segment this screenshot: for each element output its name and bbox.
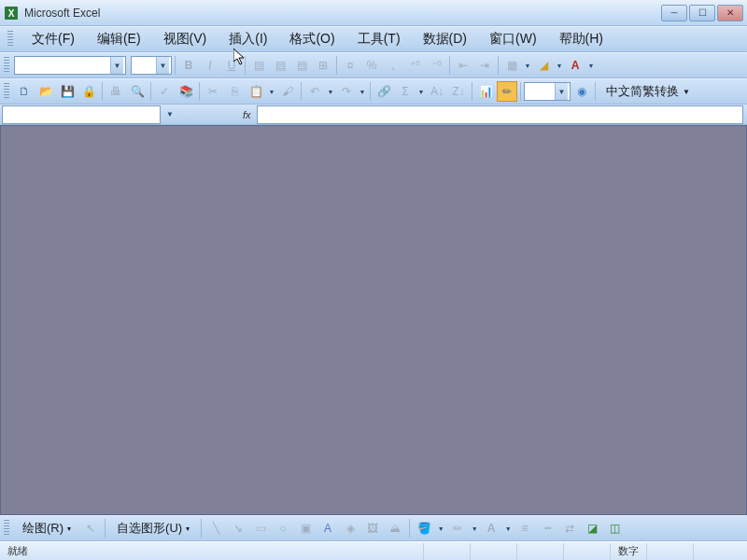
chevron-down-icon[interactable]: ▼ <box>470 518 479 539</box>
print-button[interactable]: 🖶 <box>106 81 126 102</box>
new-button[interactable]: 🗋 <box>14 81 35 102</box>
maximize-button[interactable]: ☐ <box>689 5 715 21</box>
open-button[interactable]: 📂 <box>35 81 56 102</box>
menu-help[interactable]: 帮助(H) <box>548 27 614 51</box>
italic-button[interactable]: I <box>200 55 220 76</box>
menu-window[interactable]: 窗口(W) <box>478 27 548 51</box>
chevron-down-icon[interactable]: ▼ <box>110 57 123 74</box>
spelling-button[interactable]: ✓ <box>154 81 175 102</box>
chevron-down-icon[interactable]: ▼ <box>586 55 596 76</box>
chart-button[interactable]: 📊 <box>475 81 496 102</box>
chinese-convert-button[interactable]: 中文简繁转换▼ <box>599 81 698 102</box>
research-button[interactable]: 📚 <box>176 81 196 102</box>
hyperlink-button[interactable]: 🔗 <box>374 81 394 102</box>
formula-bar[interactable] <box>257 105 743 124</box>
borders-button[interactable]: ▦ <box>501 55 522 76</box>
arrow-style-button[interactable]: ⇄ <box>559 518 580 539</box>
increase-decimal-button[interactable]: ⁺⁰ <box>404 55 425 76</box>
align-center-button[interactable]: ▤ <box>270 55 290 76</box>
font-color-button[interactable]: A <box>565 55 585 76</box>
shadow-button[interactable]: ◪ <box>582 518 602 539</box>
formatting-toolbar: ▼ ▼ B I U ▤ ▤ ▤ ⊞ ¤ % , ⁺⁰ ⁻⁰ ⇤ ⇥ ▦ ▼ ◢ … <box>0 52 747 78</box>
merge-center-button[interactable]: ⊞ <box>313 55 333 76</box>
fx-label[interactable]: fx <box>243 109 251 120</box>
autoshapes-button[interactable]: 自选图形(U)▾ <box>109 518 197 539</box>
textbox-button[interactable]: ▣ <box>295 518 316 539</box>
font-color-button[interactable]: A <box>481 518 501 539</box>
menu-data[interactable]: 数据(D) <box>412 27 478 51</box>
oval-button[interactable]: ○ <box>273 518 293 539</box>
dash-style-button[interactable]: ┅ <box>537 518 557 539</box>
menu-edit[interactable]: 编辑(E) <box>86 27 152 51</box>
line-style-button[interactable]: ≡ <box>514 518 535 539</box>
autosum-button[interactable]: Σ <box>395 81 416 102</box>
separator <box>449 56 450 75</box>
menu-insert[interactable]: 插入(I) <box>218 27 278 51</box>
arrow-button[interactable]: ↘ <box>228 518 248 539</box>
minimize-button[interactable]: ─ <box>661 5 687 21</box>
titlebar[interactable]: X Microsoft Excel ─ ☐ ✕ <box>0 0 747 26</box>
chevron-down-icon[interactable]: ▼ <box>267 81 276 102</box>
3d-button[interactable]: ◫ <box>604 518 625 539</box>
rectangle-button[interactable]: ▭ <box>250 518 271 539</box>
font-name-combo[interactable]: ▼ <box>14 56 126 75</box>
fill-color-button[interactable]: 🪣 <box>414 518 434 539</box>
close-button[interactable]: ✕ <box>717 5 743 21</box>
drawing-toggle-button[interactable]: ✏ <box>497 81 517 102</box>
menu-tools[interactable]: 工具(T) <box>346 27 412 51</box>
menu-format[interactable]: 格式(O) <box>278 27 345 51</box>
picture-button[interactable]: ⛰ <box>385 518 405 539</box>
wordart-button[interactable]: A <box>317 518 338 539</box>
chevron-down-icon[interactable]: ▼ <box>326 81 335 102</box>
format-painter-button[interactable]: 🖌 <box>277 81 298 102</box>
menubar-grip[interactable] <box>7 31 13 48</box>
toolbar-grip[interactable] <box>4 83 9 100</box>
name-box[interactable] <box>2 105 161 124</box>
underline-button[interactable]: U <box>221 55 242 76</box>
chevron-down-icon[interactable]: ▼ <box>156 57 169 74</box>
menu-file[interactable]: 文件(F) <box>21 27 86 51</box>
chevron-down-icon[interactable]: ▼ <box>358 81 367 102</box>
zoom-combo[interactable]: ▼ <box>524 82 571 101</box>
chevron-down-icon[interactable]: ▼ <box>555 83 568 100</box>
align-right-button[interactable]: ▤ <box>291 55 312 76</box>
line-button[interactable]: ╲ <box>205 518 226 539</box>
toolbar-grip[interactable] <box>4 520 9 537</box>
percent-button[interactable]: % <box>361 55 382 76</box>
toolbar-grip[interactable] <box>4 57 9 74</box>
menu-view[interactable]: 视图(V) <box>152 27 218 51</box>
separator <box>409 519 410 538</box>
decrease-decimal-button[interactable]: ⁻⁰ <box>426 55 446 76</box>
name-box-dropdown[interactable]: ▼ <box>162 106 177 123</box>
save-button[interactable]: 💾 <box>57 81 78 102</box>
select-objects-button[interactable]: ↖ <box>80 518 101 539</box>
sort-desc-button[interactable]: Z↓ <box>448 81 469 102</box>
font-size-combo[interactable]: ▼ <box>131 56 172 75</box>
bold-button[interactable]: B <box>178 55 199 76</box>
chevron-down-icon[interactable]: ▼ <box>503 518 513 539</box>
paste-button[interactable]: 📋 <box>246 81 266 102</box>
align-left-button[interactable]: ▤ <box>248 55 269 76</box>
decrease-indent-button[interactable]: ⇤ <box>453 55 473 76</box>
cut-button[interactable]: ✂ <box>203 81 223 102</box>
chevron-down-icon[interactable]: ▼ <box>523 55 532 76</box>
print-preview-button[interactable]: 🔍 <box>127 81 148 102</box>
chevron-down-icon[interactable]: ▼ <box>555 55 564 76</box>
diagram-button[interactable]: ◈ <box>340 518 360 539</box>
chevron-down-icon[interactable]: ▼ <box>436 518 445 539</box>
fill-color-button[interactable]: ◢ <box>533 55 554 76</box>
separator <box>201 519 202 538</box>
undo-button[interactable]: ↶ <box>304 81 325 102</box>
copy-button[interactable]: ⎘ <box>224 81 245 102</box>
chevron-down-icon[interactable]: ▼ <box>416 81 426 102</box>
comma-button[interactable]: , <box>383 55 403 76</box>
clipart-button[interactable]: 🖼 <box>362 518 383 539</box>
line-color-button[interactable]: ✏ <box>447 518 468 539</box>
redo-button[interactable]: ↷ <box>336 81 357 102</box>
currency-button[interactable]: ¤ <box>340 55 360 76</box>
permission-button[interactable]: 🔒 <box>78 81 99 102</box>
help-button[interactable]: ◉ <box>571 81 592 102</box>
increase-indent-button[interactable]: ⇥ <box>474 55 495 76</box>
sort-asc-button[interactable]: A↓ <box>427 81 447 102</box>
draw-menu-button[interactable]: 绘图(R)▾ <box>15 518 78 539</box>
